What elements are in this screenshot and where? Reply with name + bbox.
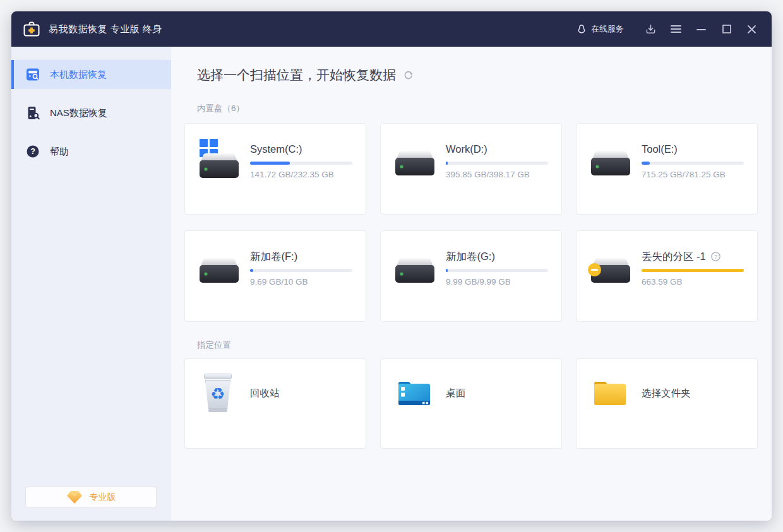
drive-size: 715.25 GB/781.25 GB [642,170,746,180]
online-service-label: 在线服务 [591,23,624,35]
drive-name: 新加卷(F:) [250,249,354,264]
app-title: 易我数据恢复 专业版 终身 [49,23,162,35]
minimize-button[interactable] [696,24,707,35]
sidebar-item-local-recovery[interactable]: 本机数据恢复 [11,60,171,89]
recycle-bin-card[interactable]: ♻ 回收站 [184,358,366,449]
sidebar-item-label: NAS数据恢复 [50,107,107,119]
online-service-icon [577,24,587,34]
drive-size: 141.72 GB/232.35 GB [250,170,354,180]
sidebar-item-label: 帮助 [50,146,69,158]
location-label: 选择文件夹 [642,387,691,400]
sidebar: 本机数据恢复 NAS数据恢复 [11,47,171,521]
capacity-bar [250,269,352,272]
main-panel: 选择一个扫描位置，开始恢复数据 内置盘（6） [171,47,772,521]
recycle-bin-icon: ♻ [203,374,233,413]
capacity-bar [446,269,548,272]
drive-card-system-c[interactable]: System(C:) 141.72 GB/232.35 GB [184,123,366,215]
online-service-button[interactable]: 在线服务 [577,23,624,35]
drive-name: 新加卷(G:) [446,249,550,264]
app-window: 易我数据恢复 专业版 终身 在线服务 [11,11,772,521]
refresh-icon[interactable] [403,69,414,81]
close-button[interactable] [746,24,757,35]
drive-icon [199,139,241,180]
drive-card-new-volume-f[interactable]: 新加卷(F:) 9.69 GB/10 GB [184,230,366,322]
edition-badge-button[interactable]: 专业版 [25,487,157,508]
drive-size: 9.99 GB/9.99 GB [446,277,550,287]
nas-recovery-icon [25,105,40,121]
drive-name: Work(D:) [446,141,550,157]
drive-name: 丢失的分区 -1 [642,249,706,264]
menu-icon[interactable] [671,24,681,35]
desktop-card[interactable]: 桌面 [380,358,562,449]
drive-name: System(C:) [250,141,354,157]
drive-size: 395.85 GB/398.17 GB [446,170,550,180]
lost-partition-minus-icon [588,263,601,276]
capacity-bar [642,269,744,272]
capacity-bar [250,162,352,165]
drive-size: 9.69 GB/10 GB [250,277,354,287]
internal-disks-label: 内置盘（6） [197,103,772,114]
sidebar-item-help[interactable]: ? 帮助 [11,137,171,166]
drive-name: Tool(E:) [642,141,746,157]
sidebar-item-label: 本机数据恢复 [50,69,107,81]
help-icon: ? [25,144,40,159]
drive-icon [590,246,632,288]
edition-label: 专业版 [90,492,116,503]
drive-card-lost-partition[interactable]: 丢失的分区 -1 ? 663.59 GB [576,230,758,322]
sidebar-item-nas-recovery[interactable]: NAS数据恢复 [11,98,171,127]
titlebar: 易我数据恢复 专业版 终身 在线服务 [11,11,772,47]
maximize-button[interactable] [721,24,732,35]
drive-icon [590,139,632,180]
internal-drives-grid: System(C:) 141.72 GB/232.35 GB [184,123,772,322]
svg-text:?: ? [714,253,717,259]
gem-icon [66,490,83,504]
drive-icon [395,246,436,288]
drive-icon [395,139,436,180]
folder-icon [592,379,628,409]
drive-card-tool-e[interactable]: Tool(E:) 715.25 GB/781.25 GB [576,123,758,215]
download-icon[interactable] [645,24,656,35]
capacity-bar [446,162,548,165]
capacity-bar [642,162,744,165]
drive-size: 663.59 GB [642,277,746,287]
locations-label: 指定位置 [197,340,772,351]
page-title: 选择一个扫描位置，开始恢复数据 [197,66,396,84]
app-logo-icon [23,21,40,37]
choose-folder-card[interactable]: 选择文件夹 [576,358,758,449]
help-circle-icon[interactable]: ? [711,252,720,261]
desktop-folder-icon [397,378,432,410]
location-label: 桌面 [446,387,465,400]
drive-card-new-volume-g[interactable]: 新加卷(G:) 9.99 GB/9.99 GB [380,230,562,322]
location-label: 回收站 [250,387,280,400]
drive-icon [199,246,241,288]
svg-text:?: ? [30,147,35,156]
local-recovery-icon [25,67,40,82]
drive-card-work-d[interactable]: Work(D:) 395.85 GB/398.17 GB [380,123,562,215]
locations-grid: ♻ 回收站 [184,358,772,449]
